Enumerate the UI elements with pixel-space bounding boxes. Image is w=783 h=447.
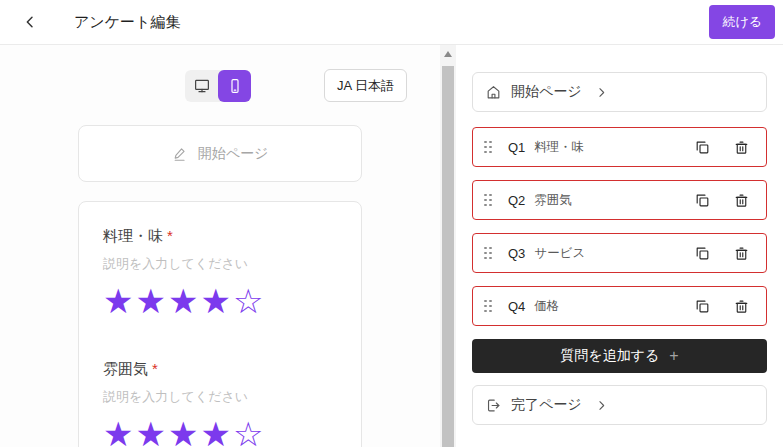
question-list-sidebar: 開始ページ Q1 料理・味 Q2 — [456, 45, 783, 447]
preview-scrollbar[interactable] — [440, 45, 456, 447]
desktop-view-button[interactable] — [185, 70, 218, 102]
copy-icon — [694, 139, 711, 156]
trash-icon — [733, 139, 750, 156]
mobile-icon — [226, 77, 244, 95]
copy-icon — [694, 298, 711, 315]
device-toggle — [185, 70, 251, 102]
question-label: サービス — [534, 245, 585, 262]
star-filled-icon[interactable]: ★ — [103, 416, 134, 447]
trash-icon — [733, 192, 750, 209]
delete-question-button[interactable] — [731, 296, 752, 317]
delete-question-button[interactable] — [731, 243, 752, 264]
header: アンケート編集 続ける — [0, 0, 783, 45]
continue-button[interactable]: 続ける — [709, 5, 775, 39]
preview-question-2: 雰囲気* 説明を入力してください ★★★★☆ — [103, 360, 337, 447]
star-filled-icon[interactable]: ★ — [135, 416, 166, 447]
star-rating: ★★★★☆ — [103, 416, 337, 447]
start-page-edit-card[interactable]: 開始ページ — [78, 125, 362, 182]
start-page-edit-label: 開始ページ — [198, 145, 269, 163]
star-empty-icon[interactable]: ☆ — [233, 283, 264, 320]
question-number: Q3 — [508, 246, 525, 261]
exit-icon — [485, 397, 502, 414]
end-page-row[interactable]: 完了ページ — [472, 385, 767, 425]
start-page-row[interactable]: 開始ページ — [472, 72, 767, 112]
scrollbar-thumb[interactable] — [442, 66, 454, 447]
required-asterisk: * — [152, 360, 158, 377]
question-title: 雰囲気* — [103, 360, 337, 379]
plus-icon: + — [669, 347, 678, 365]
copy-icon — [694, 245, 711, 262]
back-button[interactable] — [16, 8, 44, 36]
question-row-q3[interactable]: Q3 サービス — [472, 233, 767, 273]
delete-question-button[interactable] — [731, 137, 752, 158]
star-filled-icon[interactable]: ★ — [168, 283, 199, 320]
desktop-icon — [193, 77, 211, 95]
question-description-placeholder: 説明を入力してください — [103, 388, 337, 406]
scrollbar-up-arrow-icon[interactable] — [444, 51, 452, 57]
duplicate-question-button[interactable] — [692, 137, 713, 158]
star-rating: ★★★★☆ — [103, 283, 337, 320]
star-filled-icon[interactable]: ★ — [200, 416, 231, 447]
question-row-q1[interactable]: Q1 料理・味 — [472, 127, 767, 167]
copy-icon — [694, 192, 711, 209]
add-question-button[interactable]: 質問を追加する + — [472, 339, 767, 373]
question-row-q4[interactable]: Q4 価格 — [472, 286, 767, 326]
star-filled-icon[interactable]: ★ — [200, 283, 231, 320]
pencil-icon — [172, 145, 189, 162]
question-number: Q1 — [508, 140, 525, 155]
start-page-row-label: 開始ページ — [511, 83, 582, 101]
required-asterisk: * — [167, 227, 173, 244]
question-title: 料理・味* — [103, 227, 337, 246]
question-number: Q2 — [508, 193, 525, 208]
drag-handle-icon[interactable] — [484, 194, 492, 207]
language-selector[interactable]: JA 日本語 — [324, 69, 407, 102]
add-question-label: 質問を追加する — [560, 347, 659, 365]
question-number: Q4 — [508, 299, 525, 314]
trash-icon — [733, 298, 750, 315]
question-label: 料理・味 — [534, 139, 584, 156]
trash-icon — [733, 245, 750, 262]
question-label: 価格 — [534, 298, 559, 315]
drag-handle-icon[interactable] — [484, 247, 492, 260]
survey-preview-panel: JA 日本語 開始ページ 料理・味* 説明を入力してください ★★★★☆ 雰囲気… — [0, 45, 456, 447]
question-label: 雰囲気 — [534, 192, 572, 209]
star-empty-icon[interactable]: ☆ — [233, 416, 264, 447]
delete-question-button[interactable] — [731, 190, 752, 211]
end-page-row-label: 完了ページ — [511, 396, 582, 414]
question-description-placeholder: 説明を入力してください — [103, 255, 337, 273]
question-row-q2[interactable]: Q2 雰囲気 — [472, 180, 767, 220]
star-filled-icon[interactable]: ★ — [168, 416, 199, 447]
drag-handle-icon[interactable] — [484, 300, 492, 313]
home-icon — [485, 84, 502, 101]
survey-question-card: 料理・味* 説明を入力してください ★★★★☆ 雰囲気* 説明を入力してください… — [78, 201, 362, 447]
chevron-right-icon — [595, 86, 608, 99]
chevron-left-icon — [22, 14, 38, 30]
mobile-view-button[interactable] — [218, 70, 251, 102]
preview-question-1: 料理・味* 説明を入力してください ★★★★☆ — [103, 227, 337, 320]
duplicate-question-button[interactable] — [692, 243, 713, 264]
star-filled-icon[interactable]: ★ — [103, 283, 134, 320]
page-title: アンケート編集 — [74, 13, 180, 32]
duplicate-question-button[interactable] — [692, 190, 713, 211]
chevron-right-icon — [595, 399, 608, 412]
duplicate-question-button[interactable] — [692, 296, 713, 317]
drag-handle-icon[interactable] — [484, 141, 492, 154]
star-filled-icon[interactable]: ★ — [135, 283, 166, 320]
